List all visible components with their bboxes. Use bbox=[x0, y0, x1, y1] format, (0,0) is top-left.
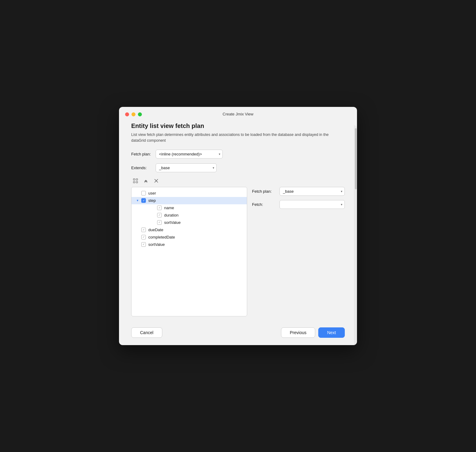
tree-item-sortvalue[interactable]: ✓ sortValue bbox=[132, 241, 247, 248]
expander-step-sortvalue bbox=[151, 220, 156, 225]
partial-mark-step-duration: ✓ bbox=[158, 214, 161, 217]
expander-step-duration bbox=[151, 213, 156, 218]
label-user: user bbox=[148, 191, 156, 195]
label-step-name: name bbox=[164, 206, 174, 210]
fetch-plan-select[interactable]: <inline (recommended)>_base_local_minima… bbox=[156, 150, 223, 159]
expander-duedate bbox=[135, 228, 140, 232]
expander-step[interactable]: ▾ bbox=[135, 198, 140, 203]
partial-mark-duedate: ✓ bbox=[142, 228, 145, 231]
fetch-plan-select-wrapper: <inline (recommended)>_base_local_minima… bbox=[156, 150, 223, 159]
scrollbar-thumb[interactable] bbox=[355, 128, 357, 189]
attribute-tree[interactable]: user ▾ ✓ step ✓ name bbox=[131, 187, 247, 317]
svg-rect-2 bbox=[133, 181, 135, 183]
tree-item-duedate[interactable]: ✓ dueDate bbox=[132, 226, 247, 234]
dialog-footer: Cancel Previous Next bbox=[119, 323, 357, 345]
label-step: step bbox=[148, 198, 156, 203]
label-step-duration: duration bbox=[164, 213, 179, 217]
checkbox-duedate[interactable]: ✓ bbox=[141, 228, 146, 232]
checkbox-sortvalue[interactable]: ✓ bbox=[141, 242, 146, 247]
expander-user bbox=[135, 191, 140, 196]
partial-mark-sortvalue: ✓ bbox=[142, 243, 145, 246]
right-panel: Fetch plan: _base _local _minimal ▾ Fetc… bbox=[252, 187, 345, 317]
tree-item-user[interactable]: user bbox=[132, 190, 247, 197]
checkbox-completeddate[interactable]: ✓ bbox=[141, 235, 146, 239]
right-fetch-plan-select[interactable]: _base _local _minimal bbox=[279, 187, 345, 196]
checkbox-step-duration[interactable]: ✓ bbox=[157, 213, 162, 217]
tree-item-step-name[interactable]: ✓ name bbox=[132, 204, 247, 212]
close-control[interactable] bbox=[125, 112, 129, 116]
fetch-plan-form-row: Fetch plan: <inline (recommended)>_base_… bbox=[131, 150, 345, 159]
svg-rect-3 bbox=[136, 181, 138, 183]
tree-toolbar bbox=[131, 177, 345, 184]
svg-rect-1 bbox=[136, 179, 138, 180]
page-title: Entity list view fetch plan bbox=[131, 122, 345, 129]
window-controls bbox=[125, 112, 142, 116]
svg-rect-0 bbox=[133, 179, 135, 180]
expander-step-name bbox=[151, 206, 156, 210]
expander-sortvalue bbox=[135, 242, 140, 247]
right-fetch-select-wrapper: JOIN SELECT BATCH ▾ bbox=[279, 200, 345, 209]
dialog-window: Create Jmix View Entity list view fetch … bbox=[119, 107, 357, 345]
label-duedate: dueDate bbox=[148, 228, 163, 232]
maximize-control[interactable] bbox=[138, 112, 142, 116]
settings-button[interactable] bbox=[131, 177, 140, 184]
extends-form-row: Extends: _base_local_minimal ▾ bbox=[131, 163, 345, 172]
extends-select-wrapper: _base_local_minimal ▾ bbox=[156, 163, 217, 172]
fetch-plan-label: Fetch plan: bbox=[131, 152, 156, 156]
partial-mark-step-sortvalue: ✓ bbox=[158, 221, 161, 224]
right-fetch-plan-select-wrapper: _base _local _minimal ▾ bbox=[279, 187, 345, 196]
checkbox-user[interactable] bbox=[141, 191, 146, 195]
page-description: List view fetch plan determines entity a… bbox=[131, 132, 339, 144]
tree-item-step-sortvalue[interactable]: ✓ sortValue bbox=[132, 219, 247, 226]
label-step-sortvalue: sortValue bbox=[164, 220, 181, 225]
remove-button[interactable] bbox=[152, 177, 160, 184]
checkbox-step-name[interactable]: ✓ bbox=[157, 206, 162, 210]
right-fetch-select[interactable]: JOIN SELECT BATCH bbox=[279, 200, 345, 209]
previous-button[interactable]: Previous bbox=[281, 327, 315, 338]
navigation-buttons: Previous Next bbox=[281, 327, 345, 338]
title-bar: Create Jmix View bbox=[119, 107, 357, 119]
tree-item-completeddate[interactable]: ✓ completedDate bbox=[132, 234, 247, 241]
partial-mark-completeddate: ✓ bbox=[142, 236, 145, 239]
checkbox-step-sortvalue[interactable]: ✓ bbox=[157, 220, 162, 225]
main-panel: user ▾ ✓ step ✓ name bbox=[131, 187, 345, 317]
partial-mark-step-name: ✓ bbox=[158, 206, 161, 209]
tree-item-step[interactable]: ▾ ✓ step bbox=[132, 197, 247, 204]
checkbox-step[interactable]: ✓ bbox=[141, 198, 146, 203]
extends-label: Extends: bbox=[131, 166, 156, 170]
next-button[interactable]: Next bbox=[318, 327, 345, 338]
right-fetch-row: Fetch: JOIN SELECT BATCH ▾ bbox=[252, 200, 345, 209]
extends-select[interactable]: _base_local_minimal bbox=[156, 163, 217, 172]
scrollbar[interactable] bbox=[354, 125, 357, 345]
label-completeddate: completedDate bbox=[148, 235, 175, 239]
right-fetch-plan-label: Fetch plan: bbox=[252, 189, 276, 194]
right-fetch-label: Fetch: bbox=[252, 202, 276, 207]
tree-item-step-duration[interactable]: ✓ duration bbox=[132, 212, 247, 219]
move-up-button[interactable] bbox=[142, 177, 150, 184]
label-sortvalue: sortValue bbox=[148, 242, 165, 247]
check-mark-step: ✓ bbox=[142, 199, 145, 202]
minimize-control[interactable] bbox=[132, 112, 135, 116]
dialog-title: Create Jmix View bbox=[223, 112, 254, 116]
cancel-button[interactable]: Cancel bbox=[131, 327, 162, 338]
content-area: Entity list view fetch plan List view fe… bbox=[119, 119, 357, 323]
right-fetch-plan-row: Fetch plan: _base _local _minimal ▾ bbox=[252, 187, 345, 196]
expander-completeddate bbox=[135, 235, 140, 240]
